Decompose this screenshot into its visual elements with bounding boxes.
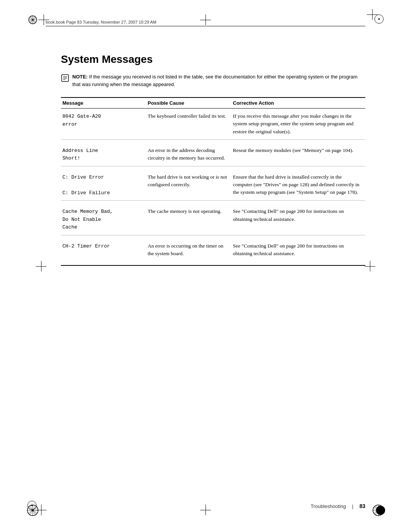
note-label: NOTE: [72, 74, 88, 80]
table-header-row: Message Possible Cause Corrective Action [61, 97, 365, 109]
main-content: System Messages NOTE: If the message you… [61, 38, 365, 486]
message-text-4: Cache Memory Bad,Do Not EnableCache [62, 209, 113, 230]
message-text-2: Address LineShort! [62, 148, 98, 161]
table-body: 8042 Gate-A20error The keyboard controll… [61, 109, 365, 266]
bottom-left-bottom-starburst-icon [26, 503, 40, 517]
page-title: System Messages [61, 53, 365, 66]
col-header-cause: Possible Cause [146, 97, 231, 109]
svg-rect-30 [62, 75, 68, 81]
cell-action-4: See "Contacting Dell" on page 200 for in… [231, 201, 365, 235]
footer-page-number: 83 [359, 503, 365, 509]
crosshair-h3 [200, 510, 211, 510]
cell-action-3: Ensure that the hard drive is installed … [231, 166, 365, 201]
table-header: Message Possible Cause Corrective Action [61, 97, 365, 109]
bottom-left-bottom-starburst-container [26, 503, 40, 519]
bottom-right-starburst-icon [371, 503, 385, 517]
system-messages-table: Message Possible Cause Corrective Action… [61, 97, 365, 266]
cell-cause-5: An error is occurring on the timer on th… [146, 235, 231, 265]
table-row: CH-2 Timer Error An error is occurring o… [61, 235, 365, 265]
cell-cause-1: The keyboard controller failed its test. [146, 109, 231, 140]
top-right-circle [374, 14, 384, 24]
table-row: Address LineShort! An error in the addre… [61, 139, 365, 166]
note-body: If the message you received is not liste… [72, 74, 357, 87]
table-row: C: Drive ErrorC: Drive Failure The hard … [61, 166, 365, 201]
page-footer: Troubleshooting | 83 [46, 503, 365, 509]
crosshair-h4 [36, 266, 46, 267]
cell-cause-4: The cache memory is not operating. [146, 201, 231, 235]
cell-action-1: If you receive this message after you ma… [231, 109, 365, 140]
crosshair-h [367, 14, 378, 15]
cell-message-3: C: Drive ErrorC: Drive Failure [61, 166, 146, 201]
note-text: NOTE: If the message you received is not… [72, 73, 365, 88]
footer-separator: | [352, 503, 353, 509]
col-header-message: Message [61, 97, 146, 109]
cell-cause-3: The hard drive is not working or is not … [146, 166, 231, 201]
message-text-1: 8042 Gate-A20error [62, 113, 101, 127]
note-icon [61, 74, 69, 82]
top-left-starburst-icon [27, 14, 38, 25]
message-text-3: C: Drive ErrorC: Drive Failure [62, 174, 110, 196]
bottom-right-starburst-container [371, 503, 385, 519]
header-text: book.book Page 83 Tuesday, November 27, … [46, 20, 156, 24]
page-header: book.book Page 83 Tuesday, November 27, … [46, 20, 365, 26]
cell-message-2: Address LineShort! [61, 139, 146, 166]
footer-section: Troubleshooting [311, 503, 346, 509]
top-left-reg-outer [27, 14, 38, 25]
message-text-5: CH-2 Timer Error [62, 243, 110, 249]
table-row: 8042 Gate-A20error The keyboard controll… [61, 109, 365, 140]
cell-message-1: 8042 Gate-A20error [61, 109, 146, 140]
note-box: NOTE: If the message you received is not… [61, 73, 365, 88]
crosshair-h5 [365, 266, 375, 267]
table-row: Cache Memory Bad,Do Not EnableCache The … [61, 201, 365, 235]
cell-action-2: Reseat the memory modules (see "Memory" … [231, 139, 365, 166]
cell-message-5: CH-2 Timer Error [61, 235, 146, 265]
cell-action-5: See "Contacting Dell" on page 200 for in… [231, 235, 365, 265]
top-right-reg [374, 14, 384, 24]
cell-cause-2: An error in the address decoding circuit… [146, 139, 231, 166]
col-header-action: Corrective Action [231, 97, 365, 109]
cell-message-4: Cache Memory Bad,Do Not EnableCache [61, 201, 146, 235]
